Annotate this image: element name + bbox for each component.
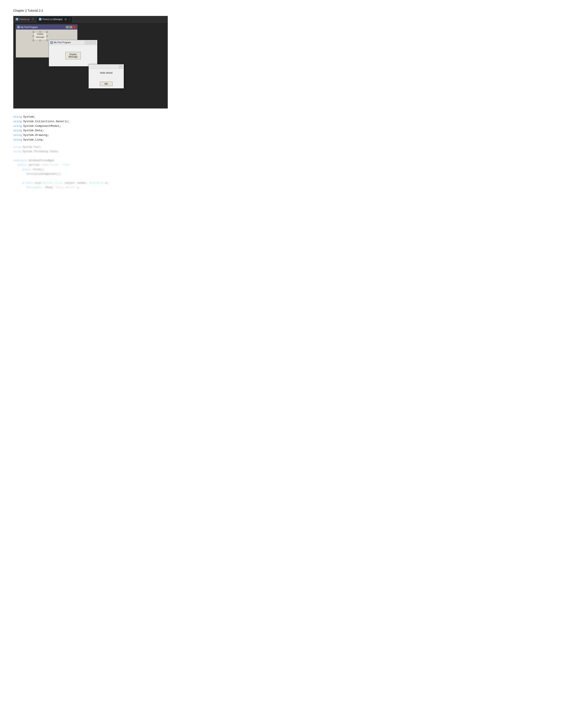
blurred-line-3 bbox=[13, 154, 174, 158]
blurred-text-msgbox: MessageBox bbox=[26, 185, 42, 190]
designer-close-btn[interactable]: × bbox=[73, 26, 76, 28]
blurred-kw-2: using bbox=[13, 149, 21, 154]
using-line-1: using System; bbox=[13, 115, 174, 119]
blurred-kw-pub2: public bbox=[22, 167, 32, 172]
form1cs-icon: C# bbox=[16, 18, 18, 21]
preview-titlebar-controls: — □ × bbox=[85, 41, 96, 44]
blurred-text-ctor: Form1() bbox=[33, 167, 44, 172]
designer-button-area[interactable]: Display Message bbox=[34, 32, 47, 40]
ide-container: C# Form1.cs ⚫ C# Form1.cs [Design] ⚫ × 🏠… bbox=[13, 16, 168, 109]
blurred-text-btnclick: button1_Click bbox=[42, 181, 63, 185]
designer-maximize-btn[interactable]: □ bbox=[69, 26, 72, 28]
blurred-text-1: System.Text; bbox=[23, 145, 41, 149]
handle-bm bbox=[39, 40, 41, 41]
using-text-5: System.Drawing; bbox=[23, 133, 49, 138]
preview-btn-line2: Message bbox=[69, 56, 78, 58]
handle-tm bbox=[39, 31, 41, 33]
chapter-title: Chapter 2 Tutorial 2-2 bbox=[13, 9, 174, 12]
handle-bl bbox=[33, 40, 34, 41]
kw-using-3: using bbox=[13, 124, 22, 129]
handle-mr bbox=[46, 36, 48, 37]
blurred-kw-public: public bbox=[18, 163, 27, 167]
msgbox-ok-btn[interactable]: OK bbox=[100, 82, 113, 86]
designer-minimize-btn[interactable]: — bbox=[66, 26, 69, 28]
preview-titlebar: 🏠 My First Program — □ × bbox=[49, 40, 97, 45]
designer-button-line2: Message bbox=[36, 36, 44, 38]
msgbox-close-btn[interactable]: × bbox=[119, 65, 122, 68]
using-text-2: System.Collections.Generic; bbox=[23, 119, 70, 124]
preview-btn-line1: Display bbox=[70, 53, 77, 56]
kw-using-6: using bbox=[13, 138, 22, 142]
preview-title: My First Program bbox=[54, 41, 71, 44]
preview-minimize-btn[interactable]: — bbox=[85, 41, 88, 44]
designer-titlebar-controls: — □ × bbox=[66, 26, 76, 28]
blurred-text-close: ); bbox=[77, 185, 80, 190]
preview-display-message-btn[interactable]: Display Message bbox=[65, 52, 81, 59]
blurred-text-eventargs: EventArgs bbox=[89, 181, 104, 185]
blurred-kw-private: private bbox=[22, 181, 33, 185]
handle-tr bbox=[46, 31, 48, 33]
tab-form1design-close[interactable]: × bbox=[69, 18, 70, 21]
using-line-2: using System.Collections.Generic; bbox=[13, 119, 174, 124]
blurred-code-section: using System.Text; using System.Threadin… bbox=[13, 145, 174, 190]
using-text-4: System.Data; bbox=[23, 128, 44, 133]
handle-br bbox=[46, 40, 48, 41]
blurred-line-2: using System.Threading.Tasks; bbox=[13, 149, 174, 154]
msgbox-message: Hello World bbox=[100, 71, 113, 74]
form1design-icon: C# bbox=[39, 18, 41, 21]
code-section: using System; using System.Collections.G… bbox=[13, 115, 174, 142]
designer-form-title: My First Program bbox=[21, 26, 38, 28]
blurred-line-9: private void button1_Click (object sende… bbox=[13, 181, 174, 185]
blurred-text-helloworld: "Hello World" bbox=[55, 185, 75, 190]
blurred-text-void: void bbox=[34, 181, 41, 185]
msgbox-titlebar: × bbox=[89, 64, 124, 69]
blurred-text-show: .Show( bbox=[44, 185, 53, 190]
blurred-kw-1: using bbox=[13, 145, 21, 149]
kw-using-5: using bbox=[13, 133, 22, 138]
using-text-3: System.ComponentModel; bbox=[23, 124, 61, 129]
tab-form1cs[interactable]: C# Form1.cs ⚫ bbox=[13, 16, 37, 22]
preview-window: 🏠 My First Program — □ × Display Message bbox=[49, 40, 97, 66]
blurred-line-7: InitializeComponent(); bbox=[13, 172, 174, 176]
kw-using-2: using bbox=[13, 119, 22, 124]
kw-using-4: using bbox=[13, 128, 22, 133]
blurred-line-1: using System.Text; bbox=[13, 145, 174, 149]
tab-form1design-label: Form1.cs [Design] bbox=[43, 18, 62, 21]
blurred-line-8 bbox=[13, 176, 174, 181]
preview-body: Display Message bbox=[49, 45, 97, 66]
kw-using-1: using bbox=[13, 115, 22, 119]
designer-button-line1: Display bbox=[37, 33, 43, 35]
preview-maximize-btn[interactable]: □ bbox=[89, 41, 92, 44]
using-text-6: System.Linq; bbox=[23, 138, 44, 142]
tab-bar: C# Form1.cs ⚫ C# Form1.cs [Design] ⚫ × bbox=[13, 16, 167, 22]
ide-content: 🏠 My First Program — □ × Display Message bbox=[13, 22, 167, 108]
blurred-text-classname: Form1 : Form bbox=[50, 163, 69, 167]
handle-ml bbox=[33, 36, 34, 37]
blurred-kw-ns: namespace bbox=[13, 158, 28, 163]
using-line-4: using System.Data; bbox=[13, 128, 174, 133]
msgbox-body: Hello World OK bbox=[89, 69, 124, 88]
preview-form-icon: 🏠 bbox=[50, 41, 53, 44]
blurred-text-e: e) bbox=[105, 181, 108, 185]
blurred-line-4: namespace WindowsFormsApp1 bbox=[13, 158, 174, 163]
designer-form-icon: 🏠 bbox=[17, 26, 20, 28]
using-line-5: using System.Drawing; bbox=[13, 133, 174, 138]
msgbox-dialog: × Hello World OK bbox=[88, 64, 124, 88]
blurred-line-6: public Form1() bbox=[13, 167, 174, 172]
blurred-kw-class: class bbox=[41, 163, 49, 167]
preview-close-btn[interactable]: × bbox=[93, 41, 96, 44]
blurred-text-init: InitializeComponent(); bbox=[26, 172, 61, 176]
handle-tl bbox=[33, 31, 34, 33]
using-line-3: using System.ComponentModel; bbox=[13, 124, 174, 129]
tab-form1design[interactable]: C# Form1.cs [Design] ⚫ × bbox=[37, 16, 73, 22]
using-text-1: System; bbox=[23, 115, 35, 119]
blurred-line-10: MessageBox .Show( "Hello World" ); bbox=[13, 185, 174, 190]
using-line-6: using System.Linq; bbox=[13, 138, 174, 142]
tab-form1cs-pin: ⚫ bbox=[32, 18, 34, 20]
designer-button[interactable]: Display Message bbox=[34, 32, 47, 40]
blurred-text-partial: partial bbox=[28, 163, 39, 167]
blurred-text-2: System.Threading.Tasks; bbox=[23, 149, 59, 154]
tab-form1cs-label: Form1.cs bbox=[19, 18, 30, 21]
designer-titlebar: 🏠 My First Program — □ × bbox=[16, 25, 77, 30]
blurred-line-5: public partial class Form1 : Form bbox=[13, 163, 174, 167]
